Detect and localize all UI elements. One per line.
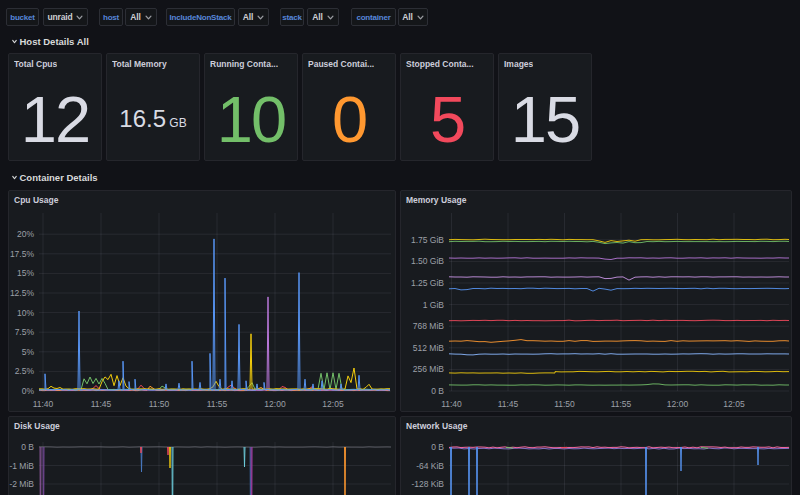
svg-text:7.5%: 7.5% (15, 327, 35, 337)
svg-text:-1 MiB: -1 MiB (9, 461, 34, 471)
svg-text:20%: 20% (17, 229, 34, 239)
svg-text:11:50: 11:50 (554, 399, 575, 409)
svg-text:11:55: 11:55 (611, 399, 632, 409)
svg-text:11:45: 11:45 (91, 399, 112, 409)
svg-text:10%: 10% (17, 308, 34, 318)
svg-text:11:40: 11:40 (33, 399, 54, 409)
svg-text:0 B: 0 B (21, 442, 34, 452)
svg-text:1.25 GiB: 1.25 GiB (411, 278, 444, 288)
svg-text:11:55: 11:55 (207, 399, 228, 409)
svg-text:1.50 GiB: 1.50 GiB (411, 256, 444, 266)
svg-text:11:40: 11:40 (441, 399, 462, 409)
svg-text:12:00: 12:00 (667, 399, 689, 409)
svg-text:17.5%: 17.5% (10, 249, 35, 259)
svg-text:12:05: 12:05 (322, 399, 344, 409)
svg-text:0 B: 0 B (431, 386, 444, 396)
svg-text:15%: 15% (17, 268, 34, 278)
svg-text:-64 KiB: -64 KiB (416, 461, 444, 471)
svg-text:512 MiB: 512 MiB (413, 343, 445, 353)
svg-text:0%: 0% (22, 386, 35, 396)
svg-text:256 MiB: 256 MiB (413, 364, 445, 374)
svg-text:12.5%: 12.5% (10, 288, 35, 298)
svg-text:-2 MiB: -2 MiB (9, 479, 34, 489)
svg-text:-128 KiB: -128 KiB (411, 479, 444, 489)
svg-text:1.75 GiB: 1.75 GiB (411, 235, 444, 245)
svg-text:768 MiB: 768 MiB (413, 321, 445, 331)
svg-text:2.5%: 2.5% (15, 366, 35, 376)
svg-text:1 GiB: 1 GiB (423, 300, 445, 310)
svg-text:12:00: 12:00 (264, 399, 286, 409)
svg-text:12:05: 12:05 (723, 399, 745, 409)
svg-text:11:45: 11:45 (498, 399, 519, 409)
svg-text:0 B: 0 B (431, 442, 444, 452)
svg-text:11:50: 11:50 (149, 399, 170, 409)
svg-text:5%: 5% (22, 347, 35, 357)
